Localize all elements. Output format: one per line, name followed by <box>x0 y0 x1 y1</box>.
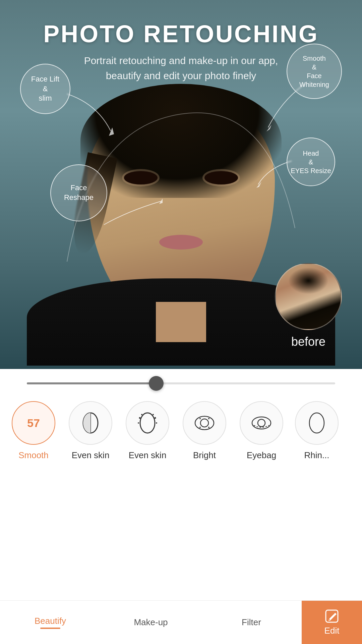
svg-point-9 <box>138 422 139 424</box>
tool-label-evenskin1: Even skin <box>72 450 110 461</box>
svg-point-7 <box>139 417 141 419</box>
tool-evenskin1[interactable]: Even skin <box>67 401 114 461</box>
nav-filter[interactable]: Filter <box>201 601 302 644</box>
edit-icon-wrap: Edit <box>324 609 340 636</box>
portrait-eyes <box>101 168 261 188</box>
annotation-facelift: Face Lift&slim <box>20 64 70 114</box>
tool-label-rhinoplasty: Rhin... <box>304 450 329 461</box>
annotation-circle-reshape: FaceReshape <box>50 164 107 221</box>
smooth-percent: 57 <box>27 417 40 430</box>
svg-point-6 <box>140 413 155 433</box>
tools-section: 57 Smooth Even skin <box>0 391 362 467</box>
tool-circle-rhinoplasty[interactable] <box>295 401 339 445</box>
evenskin2-icon <box>136 411 159 435</box>
svg-point-18 <box>208 427 209 428</box>
nav-edit[interactable]: Edit <box>302 601 362 644</box>
before-label: before <box>275 335 342 349</box>
svg-point-14 <box>200 419 208 427</box>
svg-point-13 <box>195 416 214 430</box>
svg-point-20 <box>258 419 265 427</box>
svg-point-15 <box>199 418 201 419</box>
portrait-eye-left <box>124 171 158 184</box>
slider-fill <box>27 382 156 384</box>
annotation-reshape: FaceReshape <box>50 164 107 221</box>
nav-beautify[interactable]: Beautify <box>0 601 101 644</box>
slider-track[interactable] <box>27 382 335 384</box>
tool-bright[interactable]: Bright <box>181 401 228 461</box>
svg-point-11 <box>141 414 142 415</box>
slider-section <box>0 369 362 391</box>
before-thumbnail: before <box>275 263 342 349</box>
tool-label-evenskin2: Even skin <box>129 450 167 461</box>
evenskin1-icon <box>79 411 102 435</box>
svg-point-21 <box>309 413 324 433</box>
hero-section: PHOTO RETOUCHING Portrait retouching and… <box>0 0 362 369</box>
nav-makeup-label: Make-up <box>134 617 168 628</box>
nav-beautify-label: Beautify <box>35 616 66 626</box>
tool-smooth[interactable]: 57 Smooth <box>10 401 57 461</box>
tool-label-bright: Bright <box>193 450 216 461</box>
edit-nav-label: Edit <box>324 626 340 636</box>
annotation-circle-smooth: Smooth&FaceWhitening <box>287 44 342 99</box>
tool-label-eyebag: Eyebag <box>247 450 276 461</box>
edit-icon <box>324 609 339 624</box>
portrait-eye-right <box>204 171 238 184</box>
tool-circle-bright[interactable] <box>183 401 226 445</box>
bright-icon <box>193 411 216 435</box>
annotation-text-reshape: FaceReshape <box>64 183 94 202</box>
annotation-smooth: Smooth&FaceWhitening <box>287 44 342 99</box>
svg-point-12 <box>153 414 154 415</box>
annotation-circle-facelift: Face Lift&slim <box>20 64 70 114</box>
tool-evenskin2[interactable]: Even skin <box>124 401 171 461</box>
thumbnail-hair <box>288 267 328 294</box>
nav-beautify-underline <box>40 628 60 629</box>
before-circle <box>275 263 342 330</box>
nav-filter-label: Filter <box>242 617 261 628</box>
annotation-text-head: Head&EYES Resize <box>291 149 331 175</box>
svg-point-5 <box>83 413 98 433</box>
annotation-text-smooth: Smooth&FaceWhitening <box>299 54 329 89</box>
rhinoplasty-icon <box>305 411 328 435</box>
annotation-head: Head&EYES Resize <box>287 138 335 186</box>
svg-point-10 <box>156 422 157 424</box>
portrait-neck <box>156 302 206 342</box>
svg-point-19 <box>252 417 271 429</box>
nav-makeup[interactable]: Make-up <box>101 601 201 644</box>
tool-circle-eyebag[interactable] <box>240 401 283 445</box>
annotation-circle-head: Head&EYES Resize <box>287 138 335 186</box>
tool-label-smooth: Smooth <box>18 450 49 461</box>
svg-point-17 <box>199 427 201 428</box>
svg-point-16 <box>208 418 209 419</box>
tool-circle-smooth[interactable]: 57 <box>12 401 55 445</box>
tool-eyebag[interactable]: Eyebag <box>238 401 285 461</box>
tool-rhinoplasty[interactable]: Rhin... <box>295 401 339 461</box>
eyebag-icon <box>250 411 273 435</box>
annotation-text-facelift: Face Lift&slim <box>31 74 59 103</box>
tool-circle-evenskin1[interactable] <box>69 401 112 445</box>
bottom-nav: Beautify Make-up Filter Edit <box>0 600 362 644</box>
tool-circle-evenskin2[interactable] <box>126 401 169 445</box>
portrait-lips <box>159 235 203 250</box>
svg-point-8 <box>155 417 156 419</box>
slider-thumb[interactable] <box>149 376 164 391</box>
